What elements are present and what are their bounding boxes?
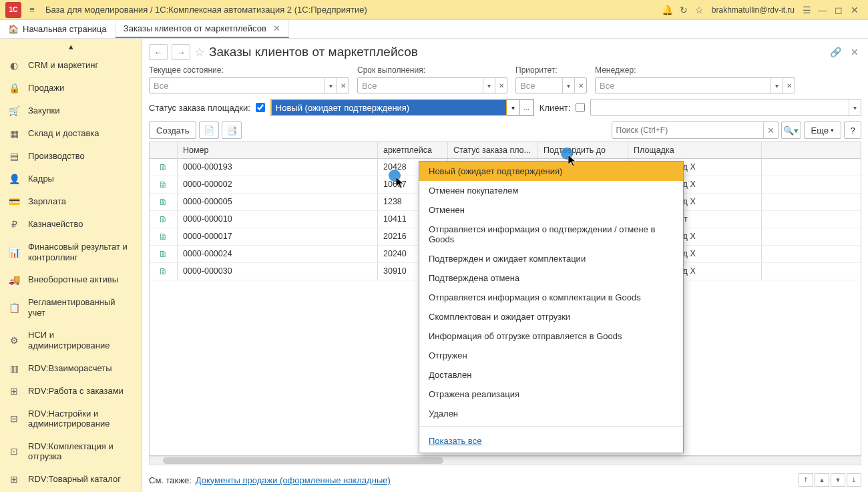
chevron-down-icon[interactable]: ▾ <box>506 100 519 115</box>
menu-icon[interactable]: ≡ <box>25 5 39 15</box>
clear-icon[interactable]: ✕ <box>495 78 507 93</box>
sidebar-item-12[interactable]: ▥RDV:Взаиморасчеты <box>0 357 142 380</box>
user-label[interactable]: brakhmatullin@rdv-it.ru <box>708 5 799 15</box>
status-button[interactable]: 📑 <box>222 121 242 139</box>
sidebar-label: Финансовый результат и контроллинг <box>28 242 134 262</box>
sidebar-item-4[interactable]: ▤Производство <box>0 145 142 168</box>
history-icon[interactable]: ↻ <box>676 5 692 15</box>
topbar: 1C ≡ База для моделирования / 1С:Комплек… <box>0 0 868 20</box>
sidebar-icon: 👤 <box>8 174 20 184</box>
dropdown-item[interactable]: Отправляется информация о подтверждении … <box>419 220 683 249</box>
sidebar-label: Зарплата <box>28 196 134 207</box>
sidebar-item-2[interactable]: 🛒Закупки <box>0 99 142 122</box>
footer-link[interactable]: Документы продажи (оформленные накладные… <box>196 475 391 485</box>
minimize-icon[interactable]: — <box>815 5 831 15</box>
dropdown-show-all[interactable]: Показать все <box>419 429 683 453</box>
star-icon[interactable]: ☆ <box>692 5 708 15</box>
settings-icon[interactable]: ☰ <box>799 5 815 15</box>
more-button[interactable]: Еще <box>804 121 841 139</box>
chevron-down-icon[interactable]: ▾ <box>562 78 574 93</box>
dropdown-item[interactable]: Подтверждена отмена <box>419 268 683 288</box>
help-button[interactable]: ? <box>844 121 861 139</box>
sidebar-item-11[interactable]: ⚙НСИ и администрирование <box>0 324 142 356</box>
chevron-down-icon[interactable]: ▾ <box>483 78 495 93</box>
clear-icon[interactable]: ✕ <box>574 78 586 93</box>
sidebar-item-7[interactable]: ₽Казначейство <box>0 213 142 236</box>
search-input[interactable] <box>612 122 763 138</box>
chevron-down-icon[interactable]: ▾ <box>849 99 861 115</box>
close-icon[interactable]: ✕ <box>847 5 863 15</box>
maximize-icon[interactable]: ◻ <box>831 5 847 15</box>
dropdown-item[interactable]: Отражена реализация <box>419 385 683 404</box>
dropdown-item[interactable]: Отменен покупателем <box>419 181 683 200</box>
sidebar-item-1[interactable]: 🔒Продажи <box>0 77 142 99</box>
chevron-down-icon[interactable]: ▾ <box>324 78 337 93</box>
filter-priority-box[interactable]: Все ▾ ✕ <box>515 77 587 93</box>
dropdown-item[interactable]: Отменен <box>419 200 683 220</box>
sidebar-item-8[interactable]: 📊Финансовый результат и контроллинг <box>0 236 142 268</box>
sidebar-item-14[interactable]: ⊟RDV:Настройки и администрирование <box>0 403 142 435</box>
link-icon[interactable]: 🔗 <box>827 47 844 57</box>
create-button[interactable]: Создать <box>149 121 196 139</box>
dropdown-item[interactable]: Удален <box>419 404 683 423</box>
filter-status-value[interactable]: Новый (ожидает подтверждения) <box>272 100 506 115</box>
clear-icon[interactable]: ✕ <box>783 78 795 93</box>
sidebar-item-10[interactable]: 📋Регламентированный учет <box>0 291 142 324</box>
sidebar-item-0[interactable]: ◐CRM и маркетинг <box>0 54 142 77</box>
sidebar-item-3[interactable]: ▦Склад и доставка <box>0 122 142 145</box>
nav-up-icon[interactable]: ▲ <box>815 473 829 487</box>
filter-status-checkbox[interactable] <box>256 103 265 112</box>
sidebar-icon: ⊟ <box>8 413 20 424</box>
ellipsis-icon[interactable]: … <box>519 100 533 115</box>
close-page-icon[interactable]: ✕ <box>848 47 861 57</box>
filter-manager-box[interactable]: Все ▾ ✕ <box>595 77 795 93</box>
tab-active[interactable]: Заказы клиентов от маркетплейсов ✕ <box>116 20 289 38</box>
dropdown-item[interactable]: Подтвержден и ожидает комплектации <box>419 249 683 268</box>
sidebar-icon: ⊡ <box>8 446 20 457</box>
filter-client-checkbox[interactable] <box>576 103 585 112</box>
dropdown-item[interactable]: Скомплектован и ожидает отгрузки <box>419 307 683 326</box>
sidebar-item-5[interactable]: 👤Кадры <box>0 168 142 190</box>
col-marketplace[interactable]: аркетплейса <box>378 142 448 158</box>
nav-down-icon[interactable]: ▼ <box>831 473 845 487</box>
filter-status-box[interactable]: Новый (ожидает подтверждения) ▾ … <box>270 99 534 116</box>
sidebar-item-6[interactable]: 💳Зарплата <box>0 190 142 213</box>
tab-home[interactable]: 🏠 Начальная страница <box>0 20 116 38</box>
dropdown-item[interactable]: Доставлен <box>419 365 683 385</box>
dropdown-item[interactable]: Отгружен <box>419 346 683 365</box>
col-status[interactable]: Статус заказа пло... <box>448 142 538 158</box>
sidebar-item-15[interactable]: ⊡RDV:Комплектация и отгрузка <box>0 435 142 468</box>
nav-last-icon[interactable]: ⤓ <box>847 473 861 487</box>
copy-button[interactable]: 📄 <box>199 121 219 139</box>
horizontal-scrollbar[interactable] <box>149 456 861 465</box>
nav-back-button[interactable]: ← <box>149 44 168 60</box>
sidebar-item-16[interactable]: ⊞RDV:Товарный каталог <box>0 468 142 491</box>
nav-first-icon[interactable]: ⤒ <box>799 473 813 487</box>
sidebar-item-9[interactable]: 🚚Внеоборотные активы <box>0 268 142 291</box>
bell-icon[interactable]: 🔔 <box>660 5 676 15</box>
clear-icon[interactable]: ✕ <box>763 122 778 138</box>
sidebar-label: Казначейство <box>28 219 134 230</box>
filter-client-box[interactable]: ▾ <box>590 99 861 116</box>
sidebar-icon: ▤ <box>8 151 20 162</box>
nav-fwd-button[interactable]: → <box>172 44 190 60</box>
dropdown-item[interactable]: Информация об отгрузке отправляется в Go… <box>419 326 683 346</box>
tab-close-icon[interactable]: ✕ <box>273 23 280 33</box>
sidebar-item-13[interactable]: ⊞RDV:Работа с заказами <box>0 380 142 403</box>
col-icon[interactable] <box>150 142 178 158</box>
search-box[interactable]: ✕ <box>612 121 779 139</box>
search-button[interactable]: 🔍▾ <box>781 121 801 139</box>
sidebar-icon: ₽ <box>8 219 20 230</box>
sidebar-label: Закупки <box>28 105 134 116</box>
col-confirm[interactable]: Подтвердить до <box>538 142 628 158</box>
filter-state-box[interactable]: Все ▾ ✕ <box>149 77 349 93</box>
filter-due-box[interactable]: Все ▾ ✕ <box>357 77 507 93</box>
clear-icon[interactable]: ✕ <box>337 78 349 93</box>
sidebar-collapse[interactable]: ▴ <box>0 39 142 54</box>
col-site[interactable]: Площадка <box>628 142 762 158</box>
chevron-down-icon[interactable]: ▾ <box>771 78 783 93</box>
dropdown-item[interactable]: Отправляется информация о комплектации в… <box>419 288 683 307</box>
favorite-icon[interactable]: ☆ <box>194 45 205 59</box>
dropdown-item[interactable]: Новый (ожидает подтверждения) <box>419 162 683 181</box>
col-number[interactable]: Номер <box>178 142 378 158</box>
